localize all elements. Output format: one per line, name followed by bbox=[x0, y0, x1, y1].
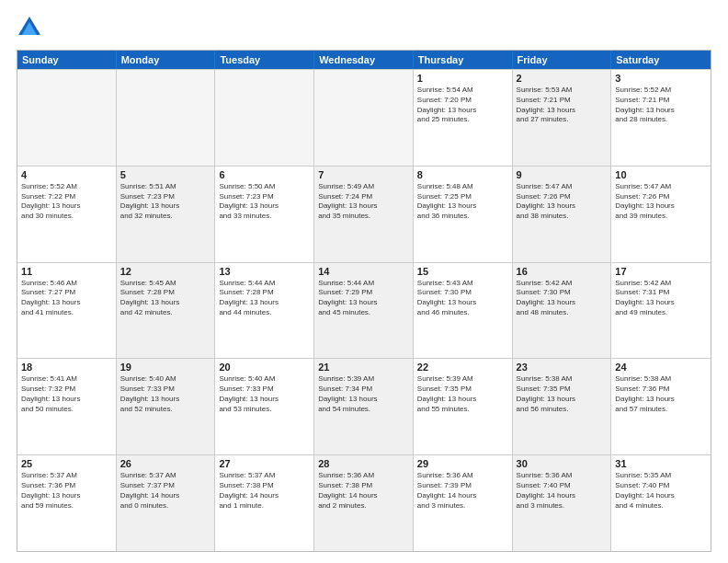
cell-text: Sunrise: 5:47 AM Sunset: 7:26 PM Dayligh… bbox=[517, 182, 608, 222]
day-number: 17 bbox=[615, 266, 707, 277]
day-number: 4 bbox=[21, 169, 112, 180]
cal-cell-12: 12Sunrise: 5:45 AM Sunset: 7:28 PM Dayli… bbox=[117, 263, 216, 359]
day-number: 12 bbox=[120, 266, 211, 277]
cal-cell-empty-0 bbox=[17, 70, 117, 166]
calendar-row-4: 25Sunrise: 5:37 AM Sunset: 7:36 PM Dayli… bbox=[17, 454, 711, 551]
calendar-body: 1Sunrise: 5:54 AM Sunset: 7:20 PM Daylig… bbox=[17, 69, 711, 551]
cal-cell-empty-3 bbox=[314, 70, 414, 166]
logo bbox=[17, 15, 46, 40]
day-number: 27 bbox=[219, 458, 310, 469]
day-number: 9 bbox=[517, 169, 608, 180]
day-number: 29 bbox=[417, 458, 508, 469]
cell-text: Sunrise: 5:36 AM Sunset: 7:39 PM Dayligh… bbox=[417, 471, 508, 511]
cal-cell-25: 25Sunrise: 5:37 AM Sunset: 7:36 PM Dayli… bbox=[17, 455, 117, 551]
cell-text: Sunrise: 5:37 AM Sunset: 7:38 PM Dayligh… bbox=[219, 471, 310, 511]
cell-text: Sunrise: 5:42 AM Sunset: 7:31 PM Dayligh… bbox=[615, 279, 707, 318]
calendar-row-1: 4Sunrise: 5:52 AM Sunset: 7:22 PM Daylig… bbox=[17, 166, 711, 262]
header-cell-friday: Friday bbox=[513, 51, 612, 69]
calendar-row-0: 1Sunrise: 5:54 AM Sunset: 7:20 PM Daylig… bbox=[17, 69, 711, 166]
cal-cell-1: 1Sunrise: 5:54 AM Sunset: 7:20 PM Daylig… bbox=[414, 70, 513, 166]
calendar: SundayMondayTuesdayWednesdayThursdayFrid… bbox=[17, 50, 711, 552]
day-number: 23 bbox=[517, 362, 608, 373]
day-number: 30 bbox=[517, 458, 608, 469]
cell-text: Sunrise: 5:54 AM Sunset: 7:20 PM Dayligh… bbox=[417, 86, 508, 125]
header-cell-tuesday: Tuesday bbox=[215, 51, 314, 69]
cell-text: Sunrise: 5:47 AM Sunset: 7:26 PM Dayligh… bbox=[615, 182, 707, 222]
day-number: 8 bbox=[417, 169, 508, 180]
cal-cell-empty-1 bbox=[117, 70, 216, 166]
cal-cell-6: 6Sunrise: 5:50 AM Sunset: 7:23 PM Daylig… bbox=[215, 167, 314, 262]
cell-text: Sunrise: 5:35 AM Sunset: 7:40 PM Dayligh… bbox=[615, 471, 707, 511]
day-number: 31 bbox=[615, 458, 707, 469]
day-number: 7 bbox=[318, 169, 409, 180]
cal-cell-8: 8Sunrise: 5:48 AM Sunset: 7:25 PM Daylig… bbox=[414, 167, 513, 262]
cell-text: Sunrise: 5:41 AM Sunset: 7:32 PM Dayligh… bbox=[21, 374, 112, 414]
cal-cell-14: 14Sunrise: 5:44 AM Sunset: 7:29 PM Dayli… bbox=[314, 263, 414, 359]
cell-text: Sunrise: 5:52 AM Sunset: 7:21 PM Dayligh… bbox=[615, 86, 707, 125]
cell-text: Sunrise: 5:36 AM Sunset: 7:38 PM Dayligh… bbox=[318, 471, 409, 511]
cal-cell-31: 31Sunrise: 5:35 AM Sunset: 7:40 PM Dayli… bbox=[611, 455, 711, 551]
calendar-row-3: 18Sunrise: 5:41 AM Sunset: 7:32 PM Dayli… bbox=[17, 358, 711, 454]
cell-text: Sunrise: 5:45 AM Sunset: 7:28 PM Dayligh… bbox=[120, 279, 211, 318]
day-number: 13 bbox=[219, 266, 310, 277]
cell-text: Sunrise: 5:39 AM Sunset: 7:35 PM Dayligh… bbox=[417, 374, 508, 414]
cell-text: Sunrise: 5:37 AM Sunset: 7:37 PM Dayligh… bbox=[120, 471, 211, 511]
cal-cell-20: 20Sunrise: 5:40 AM Sunset: 7:33 PM Dayli… bbox=[215, 359, 314, 454]
cell-text: Sunrise: 5:42 AM Sunset: 7:30 PM Dayligh… bbox=[517, 279, 608, 318]
day-number: 26 bbox=[120, 458, 211, 469]
cal-cell-11: 11Sunrise: 5:46 AM Sunset: 7:27 PM Dayli… bbox=[17, 263, 117, 359]
logo-icon bbox=[17, 15, 42, 40]
cal-cell-4: 4Sunrise: 5:52 AM Sunset: 7:22 PM Daylig… bbox=[17, 167, 117, 262]
cal-cell-10: 10Sunrise: 5:47 AM Sunset: 7:26 PM Dayli… bbox=[611, 167, 711, 262]
day-number: 1 bbox=[417, 73, 508, 84]
cal-cell-19: 19Sunrise: 5:40 AM Sunset: 7:33 PM Dayli… bbox=[117, 359, 216, 454]
cal-cell-2: 2Sunrise: 5:53 AM Sunset: 7:21 PM Daylig… bbox=[513, 70, 612, 166]
cell-text: Sunrise: 5:51 AM Sunset: 7:23 PM Dayligh… bbox=[120, 182, 211, 222]
cal-cell-21: 21Sunrise: 5:39 AM Sunset: 7:34 PM Dayli… bbox=[314, 359, 414, 454]
header-cell-monday: Monday bbox=[117, 51, 216, 69]
day-number: 11 bbox=[21, 266, 112, 277]
day-number: 22 bbox=[417, 362, 508, 373]
cal-cell-23: 23Sunrise: 5:38 AM Sunset: 7:35 PM Dayli… bbox=[513, 359, 612, 454]
cell-text: Sunrise: 5:52 AM Sunset: 7:22 PM Dayligh… bbox=[21, 182, 112, 222]
day-number: 24 bbox=[615, 362, 707, 373]
day-number: 5 bbox=[120, 169, 211, 180]
cal-cell-29: 29Sunrise: 5:36 AM Sunset: 7:39 PM Dayli… bbox=[414, 455, 513, 551]
page: SundayMondayTuesdayWednesdayThursdayFrid… bbox=[0, 0, 728, 563]
cal-cell-3: 3Sunrise: 5:52 AM Sunset: 7:21 PM Daylig… bbox=[611, 70, 711, 166]
day-number: 25 bbox=[21, 458, 112, 469]
cell-text: Sunrise: 5:40 AM Sunset: 7:33 PM Dayligh… bbox=[120, 374, 211, 414]
cell-text: Sunrise: 5:44 AM Sunset: 7:28 PM Dayligh… bbox=[219, 279, 310, 318]
cell-text: Sunrise: 5:49 AM Sunset: 7:24 PM Dayligh… bbox=[318, 182, 409, 222]
cal-cell-7: 7Sunrise: 5:49 AM Sunset: 7:24 PM Daylig… bbox=[314, 167, 414, 262]
day-number: 21 bbox=[318, 362, 409, 373]
cell-text: Sunrise: 5:53 AM Sunset: 7:21 PM Dayligh… bbox=[517, 86, 608, 125]
cal-cell-16: 16Sunrise: 5:42 AM Sunset: 7:30 PM Dayli… bbox=[513, 263, 612, 359]
cell-text: Sunrise: 5:44 AM Sunset: 7:29 PM Dayligh… bbox=[318, 279, 409, 318]
cell-text: Sunrise: 5:38 AM Sunset: 7:35 PM Dayligh… bbox=[517, 374, 608, 414]
day-number: 19 bbox=[120, 362, 211, 373]
day-number: 16 bbox=[517, 266, 608, 277]
cal-cell-5: 5Sunrise: 5:51 AM Sunset: 7:23 PM Daylig… bbox=[117, 167, 216, 262]
day-number: 15 bbox=[417, 266, 508, 277]
cell-text: Sunrise: 5:48 AM Sunset: 7:25 PM Dayligh… bbox=[417, 182, 508, 222]
cal-cell-26: 26Sunrise: 5:37 AM Sunset: 7:37 PM Dayli… bbox=[117, 455, 216, 551]
day-number: 14 bbox=[318, 266, 409, 277]
header-cell-wednesday: Wednesday bbox=[314, 51, 414, 69]
cell-text: Sunrise: 5:36 AM Sunset: 7:40 PM Dayligh… bbox=[517, 471, 608, 511]
cell-text: Sunrise: 5:50 AM Sunset: 7:23 PM Dayligh… bbox=[219, 182, 310, 222]
cal-cell-17: 17Sunrise: 5:42 AM Sunset: 7:31 PM Dayli… bbox=[611, 263, 711, 359]
cal-cell-30: 30Sunrise: 5:36 AM Sunset: 7:40 PM Dayli… bbox=[513, 455, 612, 551]
day-number: 3 bbox=[615, 73, 707, 84]
cell-text: Sunrise: 5:39 AM Sunset: 7:34 PM Dayligh… bbox=[318, 374, 409, 414]
day-number: 10 bbox=[615, 169, 707, 180]
cal-cell-27: 27Sunrise: 5:37 AM Sunset: 7:38 PM Dayli… bbox=[215, 455, 314, 551]
calendar-header: SundayMondayTuesdayWednesdayThursdayFrid… bbox=[17, 51, 711, 69]
day-number: 6 bbox=[219, 169, 310, 180]
day-number: 18 bbox=[21, 362, 112, 373]
cell-text: Sunrise: 5:43 AM Sunset: 7:30 PM Dayligh… bbox=[417, 279, 508, 318]
cell-text: Sunrise: 5:40 AM Sunset: 7:33 PM Dayligh… bbox=[219, 374, 310, 414]
cal-cell-24: 24Sunrise: 5:38 AM Sunset: 7:36 PM Dayli… bbox=[611, 359, 711, 454]
cal-cell-18: 18Sunrise: 5:41 AM Sunset: 7:32 PM Dayli… bbox=[17, 359, 117, 454]
day-number: 2 bbox=[517, 73, 608, 84]
